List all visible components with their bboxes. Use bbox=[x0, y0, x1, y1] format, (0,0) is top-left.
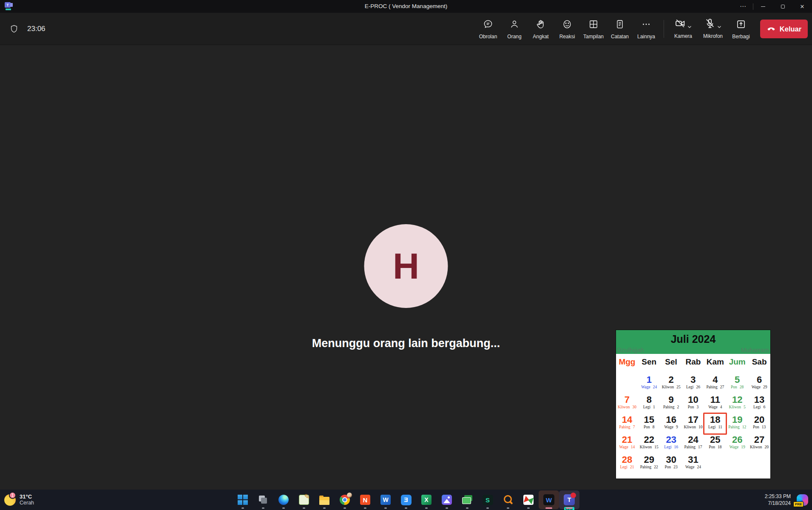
raise-hand-button[interactable]: Angkat bbox=[528, 15, 554, 43]
media-icon bbox=[523, 495, 534, 505]
hijri-number: 22 bbox=[654, 465, 658, 469]
pasaran-name: Wage bbox=[641, 385, 650, 389]
hangup-icon bbox=[767, 23, 776, 34]
calendar-day-subtext: Legi26 bbox=[682, 385, 704, 389]
hijri-number: 14 bbox=[631, 445, 635, 449]
excel-icon bbox=[421, 495, 432, 505]
taskbar-icon-media[interactable] bbox=[518, 490, 539, 509]
blued-icon bbox=[401, 495, 412, 505]
calendar-day-subtext: Kliwon30 bbox=[616, 405, 638, 409]
taskbar-icon-nitro[interactable] bbox=[355, 490, 375, 509]
taskbar-icons: NEW bbox=[233, 490, 579, 510]
pasaran-name: Kliwon bbox=[729, 405, 741, 409]
more-button[interactable]: Lainnya bbox=[633, 15, 659, 43]
leave-button[interactable]: Keluar bbox=[760, 20, 808, 38]
calendar-day-number: 27 bbox=[748, 435, 770, 444]
view-button[interactable]: Tampilan bbox=[580, 15, 607, 43]
calendar-day-subtext: Wage14 bbox=[616, 445, 638, 449]
share-label: Berbagi bbox=[732, 34, 750, 40]
calendar-day: 1Wage24 bbox=[638, 375, 660, 395]
calendar-weekday: Sel bbox=[660, 357, 682, 367]
calendar-day-subtext: Pon13 bbox=[748, 425, 770, 429]
teams-icon bbox=[564, 494, 575, 505]
hijri-number: 24 bbox=[697, 465, 701, 469]
taskbar-icon-price[interactable] bbox=[457, 490, 477, 509]
calendar-day: 26Wage19 bbox=[726, 435, 748, 455]
pasaran-name: Pon bbox=[644, 425, 650, 429]
titlebar-more-icon[interactable]: ⋯ bbox=[733, 0, 753, 13]
calendar-day-number: 16 bbox=[660, 415, 682, 425]
copilot-button[interactable]: PRE bbox=[796, 493, 809, 506]
mic-chevron-icon[interactable] bbox=[717, 23, 722, 31]
taskbar-icon-teams[interactable]: NEW bbox=[559, 490, 579, 509]
calendar-day-number: 19 bbox=[726, 415, 748, 425]
taskbar-icon-edge[interactable] bbox=[273, 490, 294, 509]
hijri-number: 19 bbox=[741, 445, 745, 449]
calendar-day-number: 21 bbox=[616, 435, 638, 444]
restore-button[interactable] bbox=[773, 0, 792, 13]
calendar-day-subtext: Wage29 bbox=[748, 385, 770, 389]
copilot-pre-badge: PRE bbox=[793, 501, 803, 507]
pasaran-name: Pon bbox=[731, 385, 737, 389]
share-button[interactable]: Berbagi bbox=[728, 15, 754, 43]
running-indicator bbox=[507, 507, 509, 509]
running-indicator bbox=[405, 507, 407, 509]
mic-button[interactable]: Mikrofon bbox=[698, 15, 728, 43]
taskbar-icon-word[interactable] bbox=[375, 490, 396, 509]
close-button[interactable]: ✕ bbox=[792, 0, 812, 13]
taskbar-icon-photos[interactable] bbox=[437, 490, 457, 509]
taskbar-icon-editor[interactable] bbox=[294, 490, 314, 509]
photos-icon bbox=[442, 495, 452, 505]
hijri-number: 2 bbox=[677, 405, 679, 409]
chat-icon bbox=[483, 19, 494, 31]
camera-button[interactable]: Kamera bbox=[668, 15, 698, 43]
weather-temp: 31°C bbox=[20, 493, 34, 500]
calendar-day-number: 26 bbox=[726, 435, 748, 444]
calendar-day-number: 4 bbox=[704, 375, 726, 385]
calendar-day: 30Pon23 bbox=[660, 455, 682, 475]
calendar-day-subtext: Legi16 bbox=[660, 445, 682, 449]
hijri-number: 5 bbox=[744, 405, 746, 409]
taskbar-icon-explorer[interactable] bbox=[314, 490, 335, 509]
calendar-day-subtext: Wage9 bbox=[660, 425, 682, 429]
reactions-button[interactable]: Reaksi bbox=[554, 15, 580, 43]
weather-widget[interactable]: 1 31°C Cerah bbox=[4, 490, 34, 510]
calendar-weekday: Jum bbox=[726, 357, 748, 367]
minimize-button[interactable] bbox=[753, 0, 773, 13]
camera-chevron-icon[interactable] bbox=[687, 23, 692, 31]
toolbar-divider bbox=[664, 20, 664, 38]
calendar-day-number: 25 bbox=[704, 435, 726, 444]
calendar-day: 3Legi26 bbox=[682, 375, 704, 395]
calendar-day: 5Pon28 bbox=[726, 375, 748, 395]
calendar-day-subtext: Wage4 bbox=[704, 405, 726, 409]
taskbar-icon-search[interactable] bbox=[498, 490, 518, 509]
calendar-day: 14Pahing7 bbox=[616, 415, 638, 435]
calendar-day-number: 30 bbox=[660, 455, 682, 464]
chat-button[interactable]: Obrolan bbox=[475, 15, 501, 43]
taskbar-clock[interactable]: 2:25:33 PM 7/18/2024 bbox=[765, 493, 791, 507]
taskbar-icon-task-view[interactable] bbox=[253, 490, 273, 509]
calendar-day: 9Pahing2 bbox=[660, 395, 682, 415]
taskbar-icon-excel[interactable] bbox=[416, 490, 437, 509]
hijri-number: 23 bbox=[673, 465, 678, 469]
camera-label: Kamera bbox=[674, 33, 692, 39]
taskbar-icon-start[interactable] bbox=[233, 490, 253, 509]
taskbar-icon-chrome[interactable] bbox=[335, 490, 355, 509]
calendar-day: 28Legi21 bbox=[616, 455, 638, 475]
running-indicator bbox=[545, 507, 552, 509]
hijri-number: 27 bbox=[720, 385, 724, 389]
taskbar-icon-blued[interactable] bbox=[396, 490, 416, 509]
calendar-day-number: 15 bbox=[638, 415, 660, 425]
window-title: E-PROC ( Vendor Management) bbox=[0, 0, 812, 13]
people-button[interactable]: Orang bbox=[501, 15, 528, 43]
calendar-hijri-left: Dzulhijjah bbox=[617, 347, 644, 353]
hijri-number: 3 bbox=[697, 405, 699, 409]
pasaran-name: Kliwon bbox=[662, 385, 674, 389]
notes-button[interactable]: Catatan bbox=[607, 15, 633, 43]
taskbar: 1 31°C Cerah NEW 2:25:33 PM 7/18/2024 PR… bbox=[0, 490, 812, 510]
hijri-number: 21 bbox=[630, 465, 634, 469]
taskbar-icon-waves[interactable] bbox=[539, 490, 559, 509]
hijri-number: 13 bbox=[762, 425, 766, 429]
calendar-weekday: Sab bbox=[748, 357, 770, 367]
taskbar-icon-spiral[interactable] bbox=[477, 490, 498, 509]
